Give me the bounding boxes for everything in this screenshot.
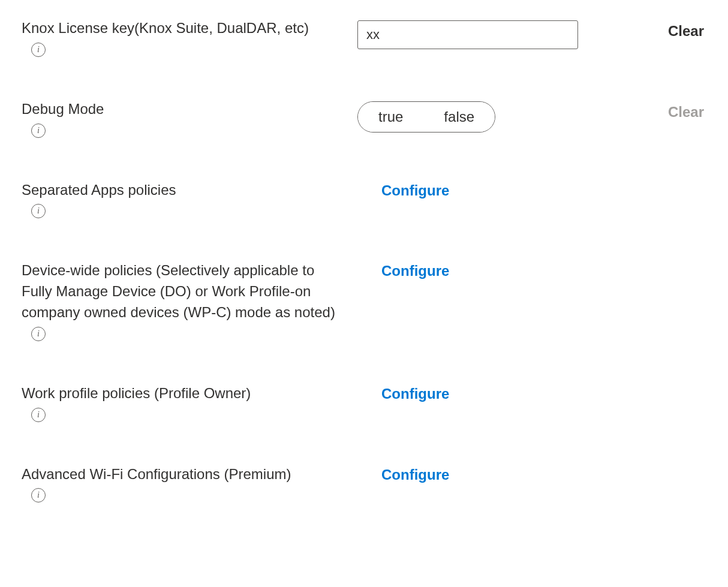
label-work-profile: Work profile policies (Profile Owner) [22,383,339,404]
control-col-wifi-config: Configure [357,464,621,483]
configure-link-separated-apps[interactable]: Configure [381,182,449,199]
clear-col-device-wide [621,260,706,265]
row-wifi-config: Advanced Wi-Fi Configurations (Premium) … [22,464,706,503]
label-col-knox-license: Knox License key(Knox Suite, DualDAR, et… [22,18,357,57]
label-col-wifi-config: Advanced Wi-Fi Configurations (Premium) … [22,464,357,503]
configure-link-wifi-config[interactable]: Configure [381,466,449,483]
label-knox-license: Knox License key(Knox Suite, DualDAR, et… [22,18,339,39]
label-separated-apps: Separated Apps policies [22,180,339,201]
clear-col-wifi-config [621,464,706,469]
configure-link-work-profile[interactable]: Configure [381,386,449,402]
label-col-device-wide: Device-wide policies (Selectively applic… [22,260,357,341]
label-wifi-config: Advanced Wi-Fi Configurations (Premium) [22,464,339,485]
row-separated-apps: Separated Apps policies i Configure [22,180,706,219]
clear-button[interactable]: Clear [668,104,704,121]
clear-col-separated-apps [621,180,706,185]
label-device-wide: Device-wide policies (Selectively applic… [22,260,339,323]
control-col-device-wide: Configure [357,260,621,279]
toggle-option-false[interactable]: false [423,102,495,132]
toggle-option-true[interactable]: true [358,102,423,132]
info-icon[interactable]: i [31,408,46,422]
clear-button[interactable]: Clear [668,23,704,40]
row-work-profile: Work profile policies (Profile Owner) i … [22,383,706,422]
clear-col-work-profile [621,383,706,388]
control-col-separated-apps: Configure [357,180,621,199]
info-icon[interactable]: i [31,43,46,57]
knox-license-input[interactable] [357,20,578,49]
info-icon[interactable]: i [31,488,46,502]
clear-col-debug-mode: Clear [621,99,706,121]
control-col-knox-license [357,18,621,49]
debug-mode-toggle: true false [357,101,495,133]
row-debug-mode: Debug Mode i true false Clear [22,99,706,138]
label-debug-mode: Debug Mode [22,99,339,120]
row-knox-license: Knox License key(Knox Suite, DualDAR, et… [22,18,706,57]
label-col-work-profile: Work profile policies (Profile Owner) i [22,383,357,422]
label-col-debug-mode: Debug Mode i [22,99,357,138]
info-icon[interactable]: i [31,124,46,138]
configure-link-device-wide[interactable]: Configure [381,263,449,279]
label-col-separated-apps: Separated Apps policies i [22,180,357,219]
clear-col-knox-license: Clear [621,18,706,40]
info-icon[interactable]: i [31,327,46,341]
row-device-wide: Device-wide policies (Selectively applic… [22,260,706,341]
info-icon[interactable]: i [31,204,46,218]
control-col-work-profile: Configure [357,383,621,402]
control-col-debug-mode: true false [357,99,621,133]
